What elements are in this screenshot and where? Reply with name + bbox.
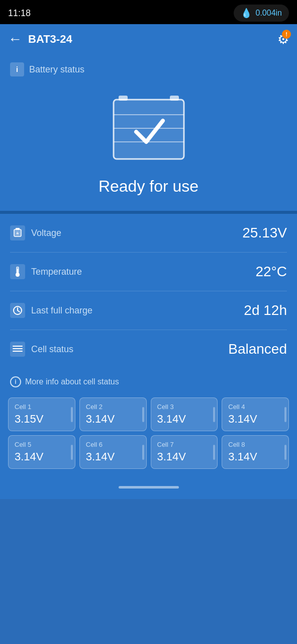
battery-status-text: Ready for use — [10, 177, 287, 196]
temperature-row: Temperature 22°C — [10, 253, 287, 291]
status-bar: 11:18 💧 0.004in — [0, 0, 297, 24]
battery-section-label: Battery status — [29, 64, 84, 75]
cell-label-3: Cell 3 — [157, 403, 212, 411]
svg-rect-17 — [13, 351, 23, 352]
cell-status-row: Cell status Balanced — [10, 330, 287, 368]
cell-label-4: Cell 4 — [228, 403, 282, 411]
svg-rect-2 — [114, 100, 184, 159]
cell-status-icon — [10, 342, 25, 357]
battery-section-icon: i — [10, 62, 24, 76]
cell-value-7: 3.14V — [157, 450, 212, 463]
battery-status-section: i Battery status Ready for use — [0, 54, 297, 211]
cell-card-6: Cell 63.14V — [79, 435, 147, 469]
cell-bar-4 — [284, 407, 286, 422]
info-icon: i — [10, 376, 21, 387]
settings-container: ⚙ ! — [277, 32, 289, 47]
cell-bar-5 — [71, 445, 73, 460]
cell-value-3: 3.14V — [157, 413, 212, 426]
cell-bar-3 — [213, 407, 215, 422]
cell-value-5: 3.14V — [15, 450, 69, 463]
clock-icon — [10, 303, 25, 318]
cell-label-1: Cell 1 — [15, 403, 69, 411]
header: ← BAT3-24 ⚙ ! — [0, 24, 297, 54]
cell-value-6: 3.14V — [86, 450, 140, 463]
svg-rect-15 — [13, 346, 23, 347]
status-time: 11:18 — [8, 8, 31, 19]
cell-card-8: Cell 83.14V — [222, 435, 289, 469]
cell-label-8: Cell 8 — [228, 441, 282, 448]
status-pill: 💧 0.004in — [234, 5, 289, 22]
temperature-icon — [10, 264, 25, 279]
cell-card-1: Cell 13.15V — [8, 397, 75, 431]
voltage-left: Voltage — [10, 225, 61, 240]
last-full-charge-value: 2d 12h — [244, 302, 287, 318]
cell-value-2: 3.14V — [86, 413, 140, 426]
cell-status-left: Cell status — [10, 342, 73, 357]
svg-line-14 — [18, 310, 20, 312]
cell-label-7: Cell 7 — [157, 441, 212, 448]
cell-bar-6 — [142, 445, 144, 460]
notification-badge: ! — [282, 30, 291, 39]
cell-status-label: Cell status — [31, 344, 73, 355]
stats-section: Voltage 25.13V Temperature 22°C — [0, 214, 297, 368]
battery-visual — [10, 87, 287, 167]
cell-bar-2 — [142, 407, 144, 422]
last-full-charge-row: Last full charge 2d 12h — [10, 291, 287, 330]
measurement-value: 0.004in — [256, 9, 282, 18]
voltage-label: Voltage — [31, 228, 61, 238]
voltage-value: 25.13V — [242, 225, 287, 241]
cell-value-4: 3.14V — [228, 413, 282, 426]
bottom-pill — [119, 486, 179, 489]
temperature-value: 22°C — [255, 264, 287, 280]
cell-value-1: 3.15V — [15, 413, 69, 426]
cell-value-8: 3.14V — [228, 450, 282, 463]
cell-bar-7 — [213, 445, 215, 460]
cell-label-2: Cell 2 — [86, 403, 140, 411]
cell-label-5: Cell 5 — [15, 441, 69, 448]
voltage-icon — [10, 225, 25, 240]
cell-bar-1 — [71, 407, 73, 422]
cell-bar-8 — [284, 445, 286, 460]
section-header-row: i Battery status — [10, 62, 84, 76]
cell-status-value: Balanced — [228, 341, 287, 357]
cell-info-row[interactable]: i More info about cell status — [0, 368, 297, 393]
last-full-charge-left: Last full charge — [10, 303, 92, 318]
cell-grid: Cell 13.15VCell 23.14VCell 33.14VCell 43… — [0, 393, 297, 479]
cell-card-2: Cell 23.14V — [79, 397, 147, 431]
cell-label-6: Cell 6 — [86, 441, 140, 448]
bottom-bar — [0, 479, 297, 499]
page-title: BAT3-24 — [28, 33, 277, 46]
temperature-left: Temperature — [10, 264, 82, 279]
battery-icon — [104, 87, 194, 167]
svg-rect-16 — [13, 348, 23, 349]
svg-rect-11 — [17, 269, 18, 274]
drop-icon: 💧 — [241, 8, 252, 19]
cell-card-5: Cell 53.14V — [8, 435, 75, 469]
last-full-charge-label: Last full charge — [31, 305, 92, 316]
cell-card-4: Cell 43.14V — [222, 397, 289, 431]
back-button[interactable]: ← — [8, 32, 22, 46]
cell-card-3: Cell 33.14V — [151, 397, 218, 431]
cell-info-label: More info about cell status — [25, 377, 119, 386]
voltage-row: Voltage 25.13V — [10, 214, 287, 253]
temperature-label: Temperature — [31, 267, 82, 277]
cell-card-7: Cell 73.14V — [151, 435, 218, 469]
